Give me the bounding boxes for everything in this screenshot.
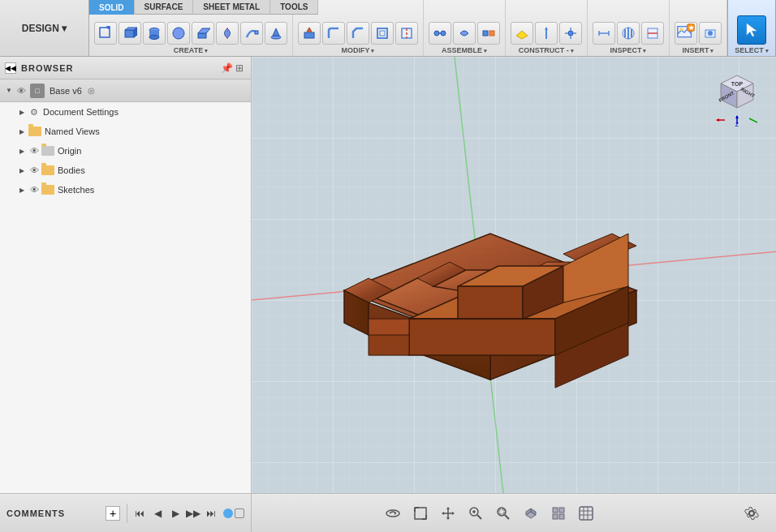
inspect-section-icon[interactable] <box>641 22 664 45</box>
svg-line-95 <box>749 118 757 122</box>
zoom-icon[interactable] <box>464 502 487 525</box>
anim-forward-btn[interactable]: ▶▶ <box>184 504 202 522</box>
browser-pin-btn[interactable]: 📌 <box>220 62 233 75</box>
modify-label[interactable]: MODIFY <box>342 46 375 54</box>
svg-point-14 <box>271 36 281 39</box>
fit-view-icon[interactable] <box>409 502 432 525</box>
select-cursor-icon[interactable] <box>737 15 766 45</box>
visual-style-icon[interactable] <box>575 502 597 525</box>
anim-skip-back-btn[interactable]: ⏮ <box>131 504 149 522</box>
modify-press-pull-icon[interactable] <box>298 22 321 45</box>
base-item-eye[interactable]: 👁 <box>15 84 28 97</box>
named-views-arrow[interactable]: ▶ <box>16 126 28 137</box>
construct-point-icon[interactable] <box>559 22 582 45</box>
svg-text:TOP: TOP <box>731 81 744 87</box>
origin-eye[interactable]: 👁 <box>28 144 41 157</box>
svg-point-23 <box>441 31 446 36</box>
anim-skip-forward-btn[interactable]: ⏭ <box>202 504 220 522</box>
svg-rect-119 <box>553 514 558 519</box>
select-label[interactable]: SELECT <box>735 46 768 54</box>
create-sweep-icon[interactable] <box>240 22 263 45</box>
comments-section: COMMENTS + ⏮ ◀ ▶ ▶▶ ⏭ <box>0 494 252 532</box>
tree-item-bodies[interactable]: ▶ 👁 Bodies <box>0 161 251 180</box>
svg-marker-103 <box>446 507 450 509</box>
settings-gear-btn[interactable] <box>739 500 765 526</box>
create-box-icon[interactable] <box>119 22 141 45</box>
insert-image-icon[interactable]: ★ <box>675 22 697 45</box>
origin-arrow[interactable]: ▶ <box>16 145 28 157</box>
anim-play-btn[interactable]: ▶ <box>166 504 184 522</box>
construct-axis-icon[interactable] <box>535 22 558 45</box>
nav-cube[interactable]: TOP FRONT RIGHT Z <box>705 63 770 128</box>
viewport[interactable]: TOP FRONT RIGHT Z <box>252 57 776 493</box>
svg-marker-29 <box>545 27 548 30</box>
toolbar-group-construct: CONSTRUCT - <box>506 0 588 56</box>
tree-item-origin[interactable]: ▶ 👁 .folder-icon.gray::before{background… <box>0 141 251 161</box>
create-sphere-icon[interactable] <box>167 22 190 45</box>
tab-surface[interactable]: SURFACE <box>135 0 194 15</box>
bodies-eye[interactable]: 👁 <box>28 164 41 177</box>
display-mode-icon[interactable] <box>547 502 570 525</box>
toolbar-group-inspect: INSPECT <box>588 0 670 56</box>
base-item-collapse[interactable]: ▼ <box>3 85 15 97</box>
browser-expand-btn[interactable]: ⊞ <box>233 62 246 75</box>
tab-sheet-metal[interactable]: SHEET METAL <box>193 0 270 15</box>
orbit-icon[interactable] <box>382 502 404 525</box>
anim-back-btn[interactable]: ◀ <box>149 504 166 522</box>
inspect-measure-icon[interactable] <box>593 22 615 45</box>
base-item-row[interactable]: ▼ 👁 □ Base v6 ◎ <box>0 79 251 102</box>
inspect-icons <box>593 22 664 45</box>
svg-rect-19 <box>380 31 385 36</box>
anim-frame-icon <box>235 508 244 518</box>
doc-settings-arrow[interactable]: ▶ <box>16 106 28 118</box>
zoom-window-icon[interactable] <box>492 502 515 525</box>
create-new-body-icon[interactable] <box>94 22 117 45</box>
modify-chamfer-icon[interactable] <box>347 22 369 45</box>
svg-point-96 <box>386 510 399 517</box>
tree-item-sketches[interactable]: ▶ 👁 Sketches <box>0 180 251 200</box>
construct-label[interactable]: CONSTRUCT - <box>519 46 575 54</box>
tree-item-document-settings[interactable]: ▶ ⚙ Document Settings <box>0 102 251 122</box>
tree-item-named-views[interactable]: ▶ Named Views <box>0 122 251 141</box>
assemble-contact-icon[interactable] <box>477 22 500 45</box>
base-item-label: Base v6 <box>50 86 82 96</box>
anim-marker-icon <box>223 508 233 518</box>
svg-rect-10 <box>198 33 206 38</box>
svg-rect-120 <box>559 514 564 519</box>
divider <box>127 504 127 523</box>
svg-rect-117 <box>553 508 558 513</box>
modify-fillet-icon[interactable] <box>322 22 345 45</box>
svg-point-45 <box>680 28 683 32</box>
create-revolve-icon[interactable] <box>216 22 239 45</box>
sketches-eye[interactable]: 👁 <box>28 183 41 196</box>
view-cube-icon[interactable] <box>519 502 542 525</box>
comments-add-btn[interactable]: + <box>106 506 120 521</box>
modify-split-icon[interactable] <box>395 22 418 45</box>
browser-collapse-btn[interactable]: ◀◀ <box>5 62 16 74</box>
base-item-radio[interactable]: ◎ <box>85 84 98 97</box>
modify-shell-icon[interactable] <box>371 22 394 45</box>
design-panel[interactable]: DESIGN ▾ <box>0 0 89 56</box>
doc-settings-gear: ⚙ <box>28 105 41 118</box>
construct-plane-icon[interactable] <box>511 22 533 45</box>
create-loft-icon[interactable] <box>265 22 287 45</box>
assemble-motion-icon[interactable] <box>453 22 476 45</box>
assemble-joint-icon[interactable] <box>429 22 451 45</box>
tab-tools[interactable]: TOOLS <box>270 0 318 15</box>
insert-label[interactable]: INSERT <box>683 46 714 54</box>
pan-icon[interactable] <box>437 502 459 525</box>
create-extrude-icon[interactable] <box>192 22 214 45</box>
tab-solid[interactable]: SOLID <box>89 0 135 15</box>
create-cylinder-icon[interactable] <box>143 22 166 45</box>
sketches-arrow[interactable]: ▶ <box>16 184 28 195</box>
inspect-zebra-icon[interactable] <box>617 22 640 45</box>
svg-point-8 <box>149 36 159 40</box>
browser-title: BROWSER <box>21 63 220 73</box>
inspect-label[interactable]: INSPECT <box>610 46 647 54</box>
assemble-label[interactable]: ASSEMBLE <box>442 46 487 54</box>
bodies-arrow[interactable]: ▶ <box>16 165 28 176</box>
insert-decal-icon[interactable] <box>699 22 722 45</box>
svg-point-30 <box>568 31 573 36</box>
create-label[interactable]: CREATE <box>174 46 208 54</box>
insert-icons: ★ <box>675 22 722 45</box>
